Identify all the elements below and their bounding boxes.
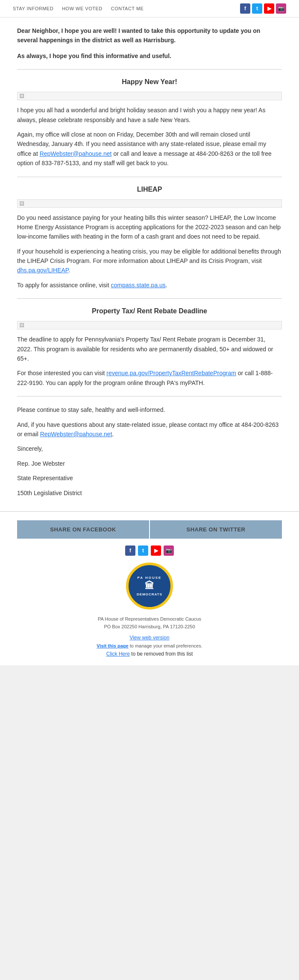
content-area: Dear Neighbor, I hope you are well! I wa… — [0, 18, 299, 511]
divider-3 — [17, 298, 282, 299]
section-title-liheap: LIHEAP — [17, 186, 282, 193]
instagram-icon-top[interactable]: 📷 — [276, 3, 286, 14]
liheap-para-2: If your household is experiencing a heat… — [17, 247, 282, 275]
section-title-property-tax: Property Tax/ Rent Rebate Deadline — [17, 307, 282, 315]
top-nav: STAY INFORMED HOW WE VOTED CONTACT ME f … — [0, 0, 299, 18]
facebook-icon-top[interactable]: f — [240, 3, 250, 14]
divider-1 — [17, 69, 282, 70]
instagram-icon-footer[interactable]: 📷 — [164, 545, 174, 556]
footer-view-web: View web version — [17, 635, 282, 641]
property-tax-image — [17, 321, 282, 330]
closing-name: Rep. Joe Webster — [17, 459, 282, 468]
property-tax-para-2: For those interested you can visit reven… — [17, 368, 282, 388]
divider-2 — [17, 177, 282, 177]
unsubscribe-link[interactable]: Click Here — [106, 651, 130, 657]
nav-links: STAY INFORMED HOW WE VOTED CONTACT ME — [13, 6, 144, 11]
new-year-image — [17, 92, 282, 100]
property-tax-para-1: The deadline to apply for Pennsylvania's… — [17, 335, 282, 363]
facebook-icon-footer[interactable]: f — [125, 545, 135, 556]
footer-section: SHARE ON FACEBOOK SHARE ON TWITTER f t ▶… — [0, 511, 299, 665]
unsubscribe-suffix: to be removed from this list — [130, 651, 193, 657]
share-twitter-button[interactable]: SHARE ON TWITTER — [150, 520, 282, 539]
nav-stay-informed[interactable]: STAY INFORMED — [13, 6, 53, 11]
footer-logo: PA HOUSE 🏛 DEMOCRATS — [17, 563, 282, 610]
logo-icon: 🏛 — [145, 580, 155, 592]
footer-manage-prefs: Visit this page to manage your email pre… — [17, 643, 282, 648]
nav-how-we-voted[interactable]: HOW WE VOTED — [62, 6, 103, 11]
liheap-para-1: Do you need assistance paying for your h… — [17, 213, 282, 242]
compass-link[interactable]: compass.state.pa.us — [111, 282, 165, 289]
closing-sincerely: Sincerely, — [17, 444, 282, 453]
youtube-icon-top[interactable]: ▶ — [264, 3, 274, 14]
closing-title: State Representative — [17, 473, 282, 483]
social-icons-top: f t ▶ 📷 — [240, 3, 286, 14]
view-web-link[interactable]: View web version — [129, 635, 169, 641]
footer-unsubscribe: Click Here to be removed from this list — [17, 651, 282, 657]
closing-line1: Please continue to stay safe, healthy an… — [17, 405, 282, 414]
footer-org: PA House of Representatives Democratic C… — [98, 616, 201, 621]
liheap-para-3: To apply for assistance online, visit co… — [17, 280, 282, 290]
intro-subtitle: As always, I hope you find this informat… — [17, 51, 282, 61]
liheap-link[interactable]: dhs.pa.gov/LIHEAP — [17, 267, 68, 274]
new-year-para-1: I hope you all had a wonderful and brigh… — [17, 105, 282, 125]
closing-district: 150th Legislative District — [17, 488, 282, 498]
youtube-icon-footer[interactable]: ▶ — [151, 545, 161, 556]
share-facebook-button[interactable]: SHARE ON FACEBOOK — [17, 520, 149, 539]
divider-4 — [17, 396, 282, 397]
pa-house-logo: PA HOUSE 🏛 DEMOCRATS — [126, 563, 173, 610]
logo-text-top: PA HOUSE — [138, 576, 162, 580]
section-title-new-year: Happy New Year! — [17, 78, 282, 86]
nav-contact-me[interactable]: CONTACT ME — [111, 6, 144, 11]
logo-text-bottom: DEMOCRATS — [137, 592, 162, 596]
revenue-link[interactable]: revenue.pa.gov/PropertyTaxRentRebateProg… — [106, 370, 236, 376]
twitter-icon-footer[interactable]: t — [138, 545, 148, 556]
intro-bold: Dear Neighbor, I hope you are well! I wa… — [17, 26, 282, 45]
manage-prefs-link[interactable]: Visit this page — [97, 643, 128, 648]
email-link-1[interactable]: RepWebster@pahouse.net — [40, 150, 112, 157]
footer-social-icons: f t ▶ 📷 — [17, 545, 282, 556]
new-year-para-2: Again, my office will close at noon on F… — [17, 130, 282, 168]
footer-address-line: PO Box 202250 Harrisburg, PA 17120-2250 — [104, 624, 195, 629]
liheap-image — [17, 199, 282, 208]
share-buttons: SHARE ON FACEBOOK SHARE ON TWITTER — [17, 520, 282, 539]
footer-address: PA House of Representatives Democratic C… — [17, 615, 282, 630]
closing-line2: And, if you have questions about any sta… — [17, 420, 282, 439]
email-link-2[interactable]: RepWebster@pahouse.net — [40, 431, 112, 438]
twitter-icon-top[interactable]: t — [252, 3, 262, 14]
